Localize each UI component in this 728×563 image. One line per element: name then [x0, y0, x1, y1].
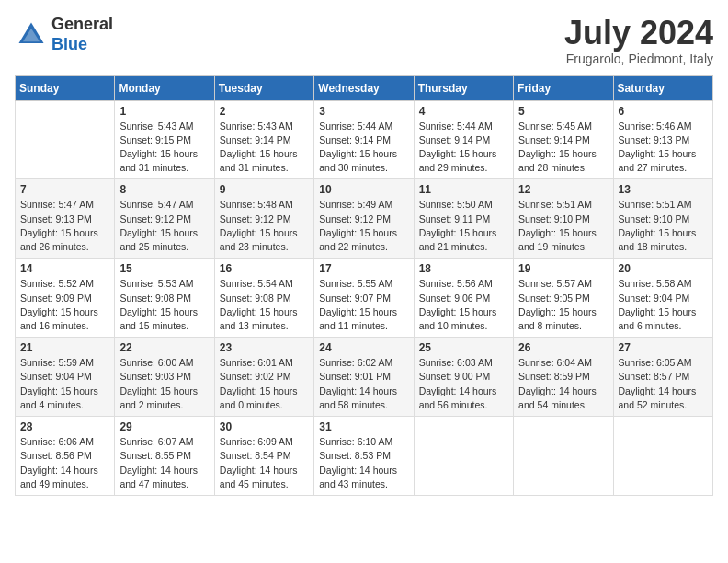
- calendar-cell: 30Sunrise: 6:09 AM Sunset: 8:54 PM Dayli…: [214, 417, 313, 496]
- col-header-friday: Friday: [514, 75, 613, 100]
- day-info: Sunrise: 5:54 AM Sunset: 9:08 PM Dayligh…: [220, 277, 309, 333]
- day-number: 6: [619, 105, 708, 118]
- day-number: 31: [319, 420, 408, 433]
- day-number: 12: [518, 183, 608, 196]
- calendar-cell: 17Sunrise: 5:55 AM Sunset: 9:07 PM Dayli…: [314, 259, 414, 338]
- day-number: 17: [319, 262, 408, 275]
- day-number: 24: [319, 341, 408, 354]
- day-number: 22: [119, 341, 209, 354]
- calendar-week-row: 28Sunrise: 6:06 AM Sunset: 8:56 PM Dayli…: [16, 417, 713, 496]
- calendar-cell: 20Sunrise: 5:58 AM Sunset: 9:04 PM Dayli…: [613, 259, 712, 338]
- col-header-sunday: Sunday: [16, 75, 115, 100]
- day-info: Sunrise: 5:50 AM Sunset: 9:11 PM Dayligh…: [419, 198, 508, 254]
- day-info: Sunrise: 5:47 AM Sunset: 9:12 PM Dayligh…: [119, 198, 209, 254]
- day-number: 26: [518, 341, 608, 354]
- calendar-cell: 4Sunrise: 5:44 AM Sunset: 9:14 PM Daylig…: [414, 100, 513, 179]
- calendar-cell: 8Sunrise: 5:47 AM Sunset: 9:12 PM Daylig…: [115, 179, 214, 259]
- calendar-week-row: 14Sunrise: 5:52 AM Sunset: 9:09 PM Dayli…: [16, 259, 713, 338]
- page-header: General Blue July 2024 Frugarolo, Piedmo…: [15, 15, 713, 66]
- day-info: Sunrise: 5:43 AM Sunset: 9:15 PM Dayligh…: [119, 120, 209, 176]
- day-number: 10: [319, 183, 408, 196]
- day-info: Sunrise: 6:04 AM Sunset: 8:59 PM Dayligh…: [518, 356, 608, 412]
- day-info: Sunrise: 6:06 AM Sunset: 8:56 PM Dayligh…: [20, 435, 109, 491]
- calendar-cell: 1Sunrise: 5:43 AM Sunset: 9:15 PM Daylig…: [115, 100, 214, 179]
- calendar-cell: 9Sunrise: 5:48 AM Sunset: 9:12 PM Daylig…: [214, 179, 313, 259]
- day-info: Sunrise: 5:43 AM Sunset: 9:14 PM Dayligh…: [220, 120, 309, 176]
- day-info: Sunrise: 6:01 AM Sunset: 9:02 PM Dayligh…: [220, 356, 309, 412]
- day-info: Sunrise: 5:58 AM Sunset: 9:04 PM Dayligh…: [619, 277, 708, 333]
- day-number: 4: [419, 105, 508, 118]
- day-info: Sunrise: 5:44 AM Sunset: 9:14 PM Dayligh…: [319, 120, 408, 176]
- calendar-cell: 7Sunrise: 5:47 AM Sunset: 9:13 PM Daylig…: [16, 179, 115, 259]
- day-info: Sunrise: 5:55 AM Sunset: 9:07 PM Dayligh…: [319, 277, 408, 333]
- day-info: Sunrise: 6:07 AM Sunset: 8:55 PM Dayligh…: [119, 435, 209, 491]
- calendar-cell: 11Sunrise: 5:50 AM Sunset: 9:11 PM Dayli…: [414, 179, 513, 259]
- col-header-tuesday: Tuesday: [214, 75, 313, 100]
- day-info: Sunrise: 5:59 AM Sunset: 9:04 PM Dayligh…: [20, 356, 109, 412]
- day-info: Sunrise: 6:05 AM Sunset: 8:57 PM Dayligh…: [619, 356, 708, 412]
- calendar-cell: 15Sunrise: 5:53 AM Sunset: 9:08 PM Dayli…: [115, 259, 214, 338]
- day-info: Sunrise: 5:51 AM Sunset: 9:10 PM Dayligh…: [518, 198, 608, 254]
- calendar-cell: 29Sunrise: 6:07 AM Sunset: 8:55 PM Dayli…: [115, 417, 214, 496]
- day-number: 27: [619, 341, 708, 354]
- calendar-cell: 23Sunrise: 6:01 AM Sunset: 9:02 PM Dayli…: [214, 338, 313, 417]
- day-number: 13: [619, 183, 708, 196]
- day-info: Sunrise: 6:03 AM Sunset: 9:00 PM Dayligh…: [419, 356, 508, 412]
- col-header-saturday: Saturday: [613, 75, 712, 100]
- logo-icon: [15, 18, 48, 52]
- calendar-cell: [613, 417, 712, 496]
- day-number: 3: [319, 105, 408, 118]
- day-info: Sunrise: 6:00 AM Sunset: 9:03 PM Dayligh…: [119, 356, 209, 412]
- calendar-cell: 12Sunrise: 5:51 AM Sunset: 9:10 PM Dayli…: [514, 179, 613, 259]
- calendar-week-row: 7Sunrise: 5:47 AM Sunset: 9:13 PM Daylig…: [16, 179, 713, 259]
- calendar-cell: 19Sunrise: 5:57 AM Sunset: 9:05 PM Dayli…: [514, 259, 613, 338]
- day-info: Sunrise: 5:52 AM Sunset: 9:09 PM Dayligh…: [20, 277, 109, 333]
- calendar-table: SundayMondayTuesdayWednesdayThursdayFrid…: [15, 75, 713, 496]
- day-info: Sunrise: 5:46 AM Sunset: 9:13 PM Dayligh…: [619, 120, 708, 176]
- calendar-cell: 25Sunrise: 6:03 AM Sunset: 9:00 PM Dayli…: [414, 338, 513, 417]
- day-number: 19: [518, 262, 608, 275]
- calendar-week-row: 1Sunrise: 5:43 AM Sunset: 9:15 PM Daylig…: [16, 100, 713, 179]
- calendar-cell: 13Sunrise: 5:51 AM Sunset: 9:10 PM Dayli…: [613, 179, 712, 259]
- col-header-monday: Monday: [115, 75, 214, 100]
- day-number: 2: [220, 105, 309, 118]
- day-number: 30: [220, 420, 309, 433]
- day-number: 29: [119, 420, 209, 433]
- calendar-cell: 28Sunrise: 6:06 AM Sunset: 8:56 PM Dayli…: [16, 417, 115, 496]
- calendar-cell: 5Sunrise: 5:45 AM Sunset: 9:14 PM Daylig…: [514, 100, 613, 179]
- day-info: Sunrise: 5:47 AM Sunset: 9:13 PM Dayligh…: [20, 198, 109, 254]
- day-info: Sunrise: 6:10 AM Sunset: 8:53 PM Dayligh…: [319, 435, 408, 491]
- month-year-title: July 2024: [564, 15, 713, 52]
- day-number: 14: [20, 262, 109, 275]
- day-number: 23: [220, 341, 309, 354]
- day-info: Sunrise: 6:09 AM Sunset: 8:54 PM Dayligh…: [220, 435, 309, 491]
- location-subtitle: Frugarolo, Piedmont, Italy: [564, 52, 713, 66]
- day-info: Sunrise: 5:57 AM Sunset: 9:05 PM Dayligh…: [518, 277, 608, 333]
- logo: General Blue: [15, 15, 113, 54]
- calendar-cell: 18Sunrise: 5:56 AM Sunset: 9:06 PM Dayli…: [414, 259, 513, 338]
- calendar-cell: 24Sunrise: 6:02 AM Sunset: 9:01 PM Dayli…: [314, 338, 414, 417]
- day-number: 28: [20, 420, 109, 433]
- calendar-cell: 31Sunrise: 6:10 AM Sunset: 8:53 PM Dayli…: [314, 417, 414, 496]
- col-header-wednesday: Wednesday: [314, 75, 414, 100]
- day-number: 7: [20, 183, 109, 196]
- calendar-cell: 6Sunrise: 5:46 AM Sunset: 9:13 PM Daylig…: [613, 100, 712, 179]
- calendar-cell: 10Sunrise: 5:49 AM Sunset: 9:12 PM Dayli…: [314, 179, 414, 259]
- day-number: 18: [419, 262, 508, 275]
- calendar-cell: 21Sunrise: 5:59 AM Sunset: 9:04 PM Dayli…: [16, 338, 115, 417]
- day-info: Sunrise: 5:44 AM Sunset: 9:14 PM Dayligh…: [419, 120, 508, 176]
- day-number: 20: [619, 262, 708, 275]
- day-number: 8: [119, 183, 209, 196]
- day-info: Sunrise: 5:53 AM Sunset: 9:08 PM Dayligh…: [119, 277, 209, 333]
- day-number: 9: [220, 183, 309, 196]
- calendar-cell: 22Sunrise: 6:00 AM Sunset: 9:03 PM Dayli…: [115, 338, 214, 417]
- day-number: 16: [220, 262, 309, 275]
- col-header-thursday: Thursday: [414, 75, 513, 100]
- day-info: Sunrise: 5:49 AM Sunset: 9:12 PM Dayligh…: [319, 198, 408, 254]
- calendar-cell: [16, 100, 115, 179]
- title-block: July 2024 Frugarolo, Piedmont, Italy: [564, 15, 713, 66]
- calendar-header-row: SundayMondayTuesdayWednesdayThursdayFrid…: [16, 75, 713, 100]
- calendar-cell: 16Sunrise: 5:54 AM Sunset: 9:08 PM Dayli…: [214, 259, 313, 338]
- day-info: Sunrise: 5:56 AM Sunset: 9:06 PM Dayligh…: [419, 277, 508, 333]
- calendar-cell: [514, 417, 613, 496]
